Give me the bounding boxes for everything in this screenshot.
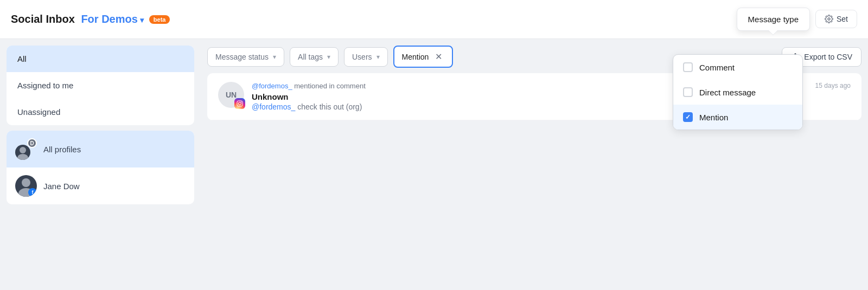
facebook-badge: f (28, 188, 37, 197)
main-layout: All Assigned to me Unassigned (0, 39, 868, 290)
header-right: Message type Set (737, 8, 857, 31)
mention-filter[interactable]: Mention ✕ (393, 46, 454, 68)
sidebar-item-assigned[interactable]: Assigned to me (7, 72, 194, 99)
avatar: UN (218, 82, 244, 108)
all-profiles-label: All profiles (43, 145, 81, 154)
chevron-down-icon: ▾ (273, 53, 276, 61)
dropdown-item-mention[interactable]: Mention (673, 105, 802, 130)
title-accent: For Demos (78, 13, 138, 25)
title-main: Social Inbox (11, 13, 75, 25)
settings-button[interactable]: Set (815, 10, 857, 28)
direct-message-checkbox[interactable] (683, 87, 693, 97)
instagram-logo (234, 98, 245, 109)
chevron-down-icon[interactable]: ▾ (140, 16, 144, 24)
message-content: @fordemos_ mentioned in comment Unknown … (252, 82, 719, 111)
dropdown-item-direct-message[interactable]: Direct message (673, 80, 802, 105)
text-mention: @fordemos_ (252, 102, 295, 111)
message-time-area: 15 days ago (802, 82, 851, 89)
profile-silhouette (15, 145, 30, 160)
sidebar-item-all-profiles[interactable]: D All profiles (7, 131, 194, 167)
sidebar-item-jane-dow[interactable]: f Jane Dow (7, 167, 194, 204)
svg-point-2 (17, 154, 28, 160)
all-profiles-avatar: D (15, 138, 37, 160)
clear-mention-button[interactable]: ✕ (433, 51, 444, 62)
nav-section: All Assigned to me Unassigned (7, 46, 194, 125)
svg-point-8 (241, 102, 242, 103)
sidebar-item-unassigned[interactable]: Unassigned (7, 99, 194, 125)
message-status-filter[interactable]: Message status ▾ (207, 47, 284, 67)
svg-rect-6 (237, 101, 242, 106)
users-filter[interactable]: Users ▾ (344, 47, 388, 67)
jane-dow-avatar: f (15, 175, 37, 197)
profiles-section: D All profiles f Jane Dow (7, 131, 194, 204)
message-type-tooltip: Message type (737, 8, 810, 31)
app-header: Social Inbox For Demos▾ beta Message typ… (0, 0, 868, 39)
sidebar-item-all[interactable]: All (7, 46, 194, 72)
app-title: Social Inbox For Demos▾ (11, 13, 144, 25)
mention-checkbox[interactable] (683, 112, 693, 122)
svg-point-1 (20, 147, 26, 153)
message-meta: @fordemos_ mentioned in comment (252, 82, 719, 90)
chevron-down-icon: ▾ (376, 53, 380, 61)
svg-point-7 (239, 102, 241, 105)
gear-icon (825, 15, 833, 23)
settings-label: Set (837, 15, 848, 23)
sidebar: All Assigned to me Unassigned (0, 39, 201, 290)
d-badge: D (27, 138, 37, 148)
jane-dow-label: Jane Dow (43, 182, 80, 191)
message-sender: Unknown (252, 92, 719, 101)
chevron-down-icon: ▾ (327, 53, 330, 61)
svg-point-0 (828, 18, 830, 20)
message-text: @fordemos_ check this out (org) (252, 102, 719, 111)
message-type-dropdown: Comment Direct message Mention (673, 54, 803, 130)
beta-badge: beta (149, 15, 170, 24)
all-tags-filter[interactable]: All tags ▾ (290, 47, 339, 67)
message-time: 15 days ago (815, 82, 851, 89)
comment-checkbox[interactable] (683, 62, 693, 72)
dropdown-item-comment[interactable]: Comment (673, 55, 802, 80)
content-area: Message status ▾ All tags ▾ Users ▾ Ment… (201, 39, 868, 290)
instagram-icon (234, 98, 245, 109)
svg-point-3 (22, 178, 30, 187)
meta-mention: @fordemos_ (252, 82, 292, 90)
